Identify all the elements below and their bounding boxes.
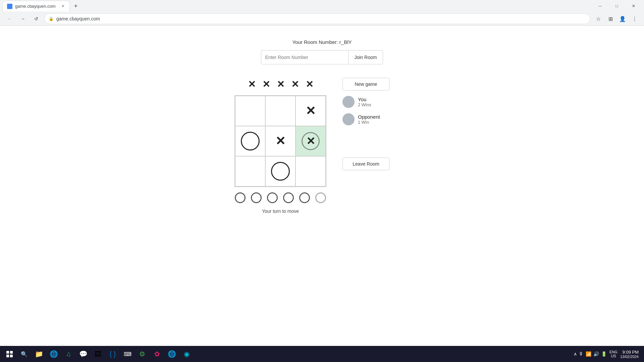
you-avatar (342, 96, 355, 108)
cell-0-1[interactable] (265, 96, 296, 126)
reload-button[interactable]: ↺ (31, 13, 42, 24)
room-number-display: Your Room Number: r_BlY (292, 39, 352, 45)
cell-1-2[interactable]: ✕ (296, 126, 326, 156)
taskbar-files[interactable]: 📁 (32, 347, 46, 361)
opponent-name: Opponent (358, 114, 380, 120)
you-name: You (358, 97, 371, 102)
cell-1-0[interactable] (235, 126, 265, 156)
window-controls: ─ □ ✕ (592, 0, 641, 12)
taskbar-spotify[interactable]: ♫ (62, 347, 75, 361)
x-token-2: ✕ (262, 80, 270, 89)
player-row-opponent: Opponent 1 Win (342, 113, 410, 125)
toolbar-icons: ☆ ⊞ 👤 ⋮ (593, 13, 640, 24)
chevron-up-icon[interactable]: ∧ (574, 351, 577, 357)
sidebar: New game You 2 Wins Opponent 1 Win Leave… (342, 78, 410, 170)
taskbar-app3[interactable]: ◉ (180, 347, 193, 361)
microphone-icon[interactable]: 🎙 (579, 351, 584, 357)
star-icon[interactable]: ☆ (593, 13, 604, 24)
browser-chrome: game.cbayquen.com ✕ + ─ □ ✕ ← → ↺ 🔒 game… (0, 0, 644, 26)
minimize-button[interactable]: ─ (592, 0, 608, 12)
start-button[interactable] (3, 347, 16, 361)
x-token-4: ✕ (291, 80, 299, 89)
turn-text: Your turn to move (262, 208, 299, 214)
cell-2-2[interactable] (296, 156, 326, 186)
opponent-wins: 1 Win (358, 120, 380, 125)
profile-icon[interactable]: 👤 (617, 13, 628, 24)
game-board: ✕ ✕ ✕ (234, 95, 326, 187)
taskbar-app2[interactable]: ✿ (150, 347, 164, 361)
opponent-info: Opponent 1 Win (358, 114, 380, 125)
maximize-button[interactable]: □ (609, 0, 625, 12)
o-token-4 (283, 192, 294, 203)
taskbar-search[interactable]: 🔍 (17, 347, 31, 361)
room-input-row: Join Room (261, 50, 383, 64)
o-hover-indicator (302, 132, 320, 150)
clock-time: 9:09 PM (620, 350, 639, 355)
player-row-you: You 2 Wins (342, 96, 410, 108)
tab-favicon (7, 4, 12, 9)
browser-tab[interactable]: game.cbayquen.com ✕ (3, 1, 70, 11)
url-bar[interactable]: 🔒 game.cbayquen.com (44, 13, 590, 24)
opponent-avatar (342, 113, 355, 125)
game-area: ✕ ✕ ✕ ✕ ✕ ✕ ✕ ✕ (234, 78, 410, 214)
cell-1-1[interactable]: ✕ (265, 126, 296, 156)
battery-icon[interactable]: 🔋 (601, 351, 607, 357)
o-token-6 (315, 192, 326, 203)
title-bar: game.cbayquen.com ✕ + ─ □ ✕ (0, 0, 644, 12)
taskbar-chrome[interactable]: 🌐 (165, 347, 178, 361)
taskbar-vscode[interactable]: { } (106, 347, 119, 361)
wifi-icon[interactable]: 📶 (586, 351, 591, 357)
x-tokens-row: ✕ ✕ ✕ ✕ ✕ (248, 78, 313, 91)
back-button[interactable]: ← (4, 13, 15, 24)
o-token-1 (235, 192, 246, 203)
cell-0-2[interactable]: ✕ (296, 96, 326, 126)
cell-2-1[interactable] (265, 156, 296, 186)
system-tray: ∧ 🎙 📶 🔊 🔋 ENG US 9:09 PM 13/02/2024 (571, 350, 641, 359)
o-piece (241, 132, 260, 150)
lock-icon: 🔒 (49, 16, 54, 21)
x-token-5: ✕ (306, 80, 313, 89)
room-number-input[interactable] (261, 50, 348, 64)
join-room-button[interactable]: Join Room (348, 50, 383, 64)
menu-icon[interactable]: ⋮ (629, 13, 640, 24)
address-bar: ← → ↺ 🔒 game.cbayquen.com ☆ ⊞ 👤 ⋮ (0, 12, 644, 25)
volume-icon[interactable]: 🔊 (593, 351, 599, 357)
cell-0-0[interactable] (235, 96, 265, 126)
cell-2-0[interactable] (235, 156, 265, 186)
tab-close-button[interactable]: ✕ (60, 4, 65, 9)
forward-button[interactable]: → (17, 13, 28, 24)
x-token-3: ✕ (277, 80, 284, 89)
o-token-5 (299, 192, 310, 203)
url-text: game.cbayquen.com (56, 16, 100, 21)
system-icons: ∧ 🎙 📶 🔊 🔋 (574, 351, 607, 357)
extensions-icon[interactable]: ⊞ (605, 13, 616, 24)
tab-title: game.cbayquen.com (15, 4, 57, 9)
x-token-1: ✕ (248, 80, 256, 89)
taskbar-terminal[interactable]: ⌨ (121, 347, 134, 361)
system-clock[interactable]: 9:09 PM 13/02/2024 (620, 350, 639, 359)
close-button[interactable]: ✕ (626, 0, 641, 12)
o-token-3 (267, 192, 278, 203)
taskbar-discord[interactable]: 💬 (76, 347, 90, 361)
board-container: ✕ ✕ ✕ ✕ ✕ ✕ ✕ ✕ (234, 78, 326, 214)
windows-icon (6, 351, 13, 357)
language-text: ENG (609, 350, 618, 354)
o-tokens-row (235, 191, 326, 204)
taskbar: 🔍 📁 🌐 ♫ 💬 🖼 { } ⌨ ⚙ ✿ 🌐 ◉ ∧ 🎙 📶 🔊 🔋 ENG … (0, 346, 644, 362)
you-wins: 2 Wins (358, 102, 371, 107)
clock-date: 13/02/2024 (620, 355, 639, 359)
language-badge[interactable]: ENG US (609, 350, 618, 358)
you-info: You 2 Wins (358, 97, 371, 107)
region-text: US (611, 354, 616, 358)
taskbar-app1[interactable]: ⚙ (136, 347, 149, 361)
page-content: Your Room Number: r_BlY Join Room ✕ ✕ ✕ … (0, 26, 644, 350)
o-token-2 (251, 192, 262, 203)
new-tab-button[interactable]: + (71, 1, 80, 11)
o-piece-2 (271, 162, 290, 181)
taskbar-edge[interactable]: 🌐 (47, 347, 60, 361)
taskbar-photos[interactable]: 🖼 (91, 347, 105, 361)
leave-room-button[interactable]: Leave Room (342, 158, 389, 170)
new-game-button[interactable]: New game (342, 78, 389, 90)
